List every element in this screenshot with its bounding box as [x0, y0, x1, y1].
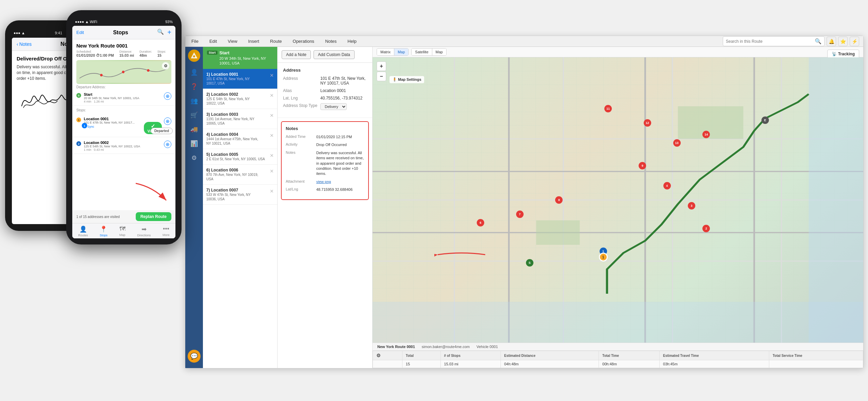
flash-icon[interactable]: ⚡ [850, 37, 859, 46]
stop-row-5[interactable]: 5) Location 0005 2 E 61st St, New York, … [203, 149, 277, 165]
satellite-toggle: Satellite Map [411, 48, 447, 56]
add-note-button[interactable]: Add a Note [282, 50, 311, 59]
stop-type-row: Address Stop Type Delivery Pickup [283, 103, 367, 110]
search-bar[interactable]: 🔍 [723, 36, 825, 46]
stop-5-close[interactable]: ✕ [270, 153, 274, 158]
satellite-btn[interactable]: Satellite [412, 49, 432, 55]
sidebar-cart-icon[interactable]: 🛒 [188, 109, 201, 122]
stop-1-content: 1) Location 0001 101 E 47th St, New York… [206, 72, 270, 86]
summary-col-service-time: Total Service Time [769, 351, 863, 360]
map-icon: 🗺 [119, 225, 126, 233]
start-nav-btn[interactable]: ⊕ [164, 92, 171, 100]
notes-text-row: Notes Delivery was successful. All items… [286, 150, 364, 177]
progress-text: 1 of 15 addresses are visited [76, 215, 120, 219]
stops-count-label: Stops: [157, 50, 166, 53]
replan-route-button[interactable]: Replan Route [136, 212, 171, 221]
chat-bubble-icon[interactable]: 💬 [188, 350, 201, 363]
menu-insert[interactable]: Insert [246, 37, 261, 45]
map-thumbnail[interactable]: ⚙ [76, 60, 171, 84]
stop-2-nav-btn[interactable]: ⊕ [164, 141, 171, 148]
menu-help[interactable]: Help [345, 37, 359, 45]
stop-2-name: Location 0002 [84, 141, 161, 145]
bell-icon[interactable]: 🔔 [827, 37, 836, 46]
departed-badge[interactable]: Departed [151, 128, 173, 134]
search-icon[interactable]: 🔍 [815, 38, 822, 44]
stop-2-close[interactable]: ✕ [270, 93, 274, 98]
nav-directions[interactable]: ➡ Directions [137, 225, 151, 237]
sidebar-config-icon[interactable]: ⚙ [188, 151, 201, 164]
menu-route[interactable]: Route [268, 37, 284, 45]
stop-7-close[interactable]: ✕ [270, 188, 274, 194]
alias-label: Alias [283, 88, 320, 93]
summary-col-total-time: Total Time [599, 351, 660, 360]
sidebar-chart-icon[interactable]: 📊 [188, 137, 201, 150]
start-stop-item[interactable]: S Start 20 W 34th St, New York, NY 10001… [72, 90, 175, 106]
stop-1-dot: 1 [76, 117, 81, 122]
stop-1-name: Location 0001 [84, 117, 161, 121]
sidebar-person-icon[interactable]: 👤 [188, 66, 201, 79]
sync-badge: 1 [82, 123, 87, 128]
map-container[interactable]: + − 🧍 Map Settings 11 12 13 14 9 8 7 6 4… [373, 57, 863, 343]
map-pin-3: 3 [688, 202, 695, 209]
sidebar-truck-icon[interactable]: 🚚 [188, 123, 201, 136]
map-view-btn[interactable]: Map [394, 49, 408, 55]
address-value: 101 E 47th St, New York, NY 10017, USA [320, 76, 367, 86]
start-city: 10001, USA [220, 61, 266, 66]
nav-map[interactable]: 🗺 Map [119, 225, 126, 237]
signal-icon: ●●● ▲ [14, 31, 25, 35]
map-btn2[interactable]: Map [432, 49, 446, 55]
stop-3-close[interactable]: ✕ [270, 113, 274, 118]
stop-2-meta: 1 min 0.43 mi [84, 148, 161, 151]
summary-col-gear[interactable]: ⚙ [373, 351, 402, 360]
menu-edit[interactable]: Edit [207, 37, 219, 45]
activity-value: Drop Off Occurred [316, 142, 364, 147]
zoom-in-button[interactable]: + [377, 61, 386, 71]
notes-latlng-value: 48.715959 32.688406 [316, 187, 364, 192]
stop-4-close[interactable]: ✕ [270, 133, 274, 138]
nav-routes[interactable]: 👤 Routes [78, 225, 88, 237]
star-icon[interactable]: ⭐ [838, 37, 848, 46]
add-custom-data-button[interactable]: Add Custom Data [314, 50, 355, 59]
menu-notes[interactable]: Notes [323, 37, 339, 45]
summary-table: ⚙ Total # of Stops Estimated Distance To… [373, 350, 863, 368]
back-button[interactable]: ‹ Notes [17, 41, 32, 47]
stop-1-close[interactable]: ✕ [270, 73, 274, 78]
stop-2-info: Location 0002 125 E 54th St, New York, N… [84, 141, 161, 151]
stop-item-2[interactable]: 2 Location 0002 125 E 54th St, New York,… [72, 139, 175, 154]
stop-type-select[interactable]: Delivery Pickup [320, 103, 347, 110]
add-icon[interactable]: + [167, 29, 171, 36]
stop-row-1[interactable]: 1) Location 0001 101 E 47th St, New York… [203, 69, 277, 89]
stop-list-panel: Start Start 20 W 34th St, New York, NY 1… [203, 47, 278, 368]
stop-row-3[interactable]: 3) Location 0003 1191 1st Avenue, New Yo… [203, 109, 277, 129]
edit-button[interactable]: Edit [76, 30, 84, 35]
stop-row-2[interactable]: 2) Location 0002 125 E 54th St, New York… [203, 89, 277, 109]
stops-icon: 📍 [100, 225, 107, 233]
stop-item-1[interactable]: 1 Location 0001 101 E 47th St, New York,… [72, 113, 175, 137]
time-display: 9:41 [55, 31, 62, 35]
search-icon[interactable]: 🔍 [157, 29, 164, 36]
notes-latlng-row: Lat/Lng 48.715959 32.688406 [286, 187, 364, 192]
start-badge: Start [207, 51, 218, 55]
matrix-view-btn[interactable]: Matrix [377, 49, 394, 55]
nav-stops[interactable]: 📍 Stops [100, 225, 108, 237]
stop-row-6[interactable]: 6) Location 0006 870 7th Ave, New York, … [203, 165, 277, 185]
stop-row-4[interactable]: 4) Location 0004 1444 1st Avenue #75th, … [203, 129, 277, 149]
zoom-out-button[interactable]: − [377, 72, 386, 81]
latlng-label: Lat, Lng [283, 96, 320, 101]
map-background [373, 57, 863, 343]
sidebar-question-icon[interactable]: ❓ [188, 80, 201, 93]
map-gear-icon[interactable]: ⚙ [162, 62, 169, 70]
search-input[interactable] [726, 39, 813, 44]
attachment-link[interactable]: view png [316, 179, 364, 184]
stop-1-nav-btn[interactable]: ⊕ [164, 117, 171, 125]
sidebar-team-icon[interactable]: 👥 [188, 94, 201, 107]
duration-value: 48m [139, 53, 152, 57]
attachment-row: Attachment view png [286, 179, 364, 184]
stop-row-7[interactable]: 7) Location 0007 533 W 47th St, New York… [203, 185, 277, 205]
summary-col-distance: Estimated Distance [501, 351, 599, 360]
nav-more[interactable]: ••• More [163, 225, 170, 237]
menu-view[interactable]: View [226, 37, 239, 45]
menu-operations[interactable]: Operations [291, 37, 317, 45]
stop-6-close[interactable]: ✕ [270, 168, 274, 174]
menu-file[interactable]: File [189, 37, 201, 45]
